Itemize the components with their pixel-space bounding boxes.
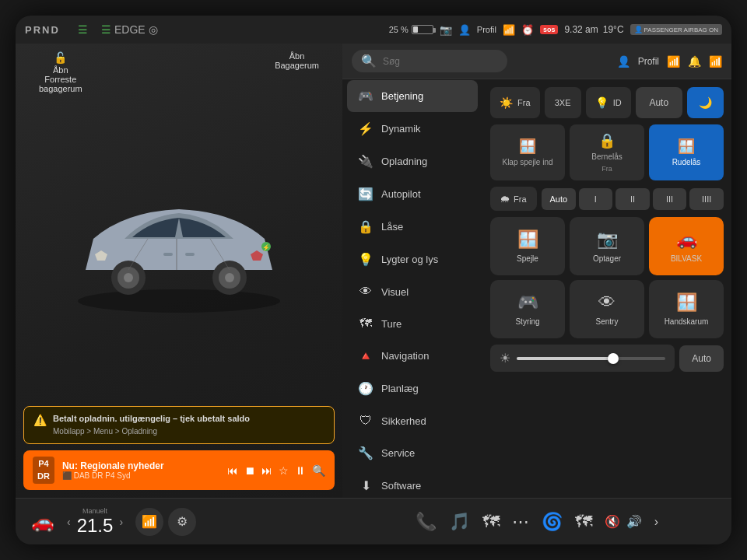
bottom-signal-btn[interactable]: 📶 [135, 508, 163, 536]
steering-icon: 🎮 [517, 292, 538, 313]
media-prev-btn[interactable]: ⏮ [227, 464, 238, 477]
glove-icon: 🪟 [676, 292, 697, 313]
bottom-settings-btn[interactable]: ⚙ [168, 508, 196, 536]
menu-item-planlaeg[interactable]: 🕐 Planlæg [347, 373, 478, 404]
media-next-btn[interactable]: ⏭ [261, 464, 272, 477]
car-bottom-icon[interactable]: 🚗 [31, 511, 54, 533]
menu-item-opladning[interactable]: 🔌 Opladning [347, 145, 478, 177]
opladning-icon: 🔌 [358, 154, 374, 169]
svg-rect-12 [163, 253, 173, 256]
camera-icon: 📷 [440, 24, 452, 36]
window-klap-btn[interactable]: 🪟 Klap spejle ind [490, 124, 565, 180]
wiper-fra-btn[interactable]: 🌧 Fra [490, 187, 537, 211]
menu-label-service: Service [381, 447, 415, 459]
wiper-iiii-btn[interactable]: IIII [689, 188, 724, 210]
wifi-icon: 📶 [503, 24, 515, 36]
menu-item-lygter[interactable]: 💡 Lygter og lys [347, 243, 478, 275]
menu-item-visuel[interactable]: 👁 Visuel [347, 276, 478, 307]
bottom-more-icon[interactable]: ⋯ [512, 512, 529, 532]
volume-mute-icon[interactable]: 🔇 [605, 514, 620, 529]
sun-icon: ☀️ [500, 96, 513, 109]
grid-handskarum-btn[interactable]: 🪟 Handskarum [649, 280, 724, 338]
car-visual: ⚡ [23, 93, 335, 400]
profile-icon[interactable]: 👤 [617, 55, 630, 68]
bottom-map-icon[interactable]: 🗺 [575, 512, 592, 532]
profil-label[interactable]: Profil [638, 56, 659, 67]
menu-item-software[interactable]: ⬇ Software [347, 470, 478, 498]
menu-item-service[interactable]: 🔧 Service [347, 437, 478, 469]
wiper-i-btn[interactable]: I [579, 188, 613, 210]
menu-item-betjening[interactable]: 🎮 Betjening [347, 80, 478, 112]
brightness-slider[interactable]: ☀ [490, 345, 675, 372]
camera-grid-icon: 📷 [597, 229, 618, 250]
bright-auto-btn[interactable]: Auto [679, 345, 724, 372]
window-row: 🪟 Klap spejle ind 🔒 Bernelås Fra 🪟 Rudel… [490, 124, 724, 180]
search-input[interactable] [383, 56, 498, 67]
betjening-icon: 🎮 [358, 89, 374, 103]
grid-spejle-btn[interactable]: 🪟 Spejle [490, 217, 565, 275]
rear-trunk-label[interactable]: Åbn Bagagerum [275, 51, 319, 93]
temp-decrease-btn[interactable]: ‹ [67, 516, 71, 528]
volume-section: 🔇 🔊 [605, 514, 642, 529]
lygter-icon: 💡 [358, 252, 374, 267]
media-search-btn[interactable]: 🔍 [312, 464, 325, 477]
menu-label-software: Software [381, 480, 421, 492]
menu-label-lygter: Lygter og lys [381, 254, 438, 265]
alert-box[interactable]: ⚠️ Betalt opladnin. utilgængelig – tjek … [23, 406, 335, 444]
light-fra-btn[interactable]: ☀️ Fra [490, 87, 540, 118]
window-klap-label: Klap spejle ind [502, 158, 552, 167]
media-info: Nu: Regionale nyheder ⬛ DAB DR P4 Syd [62, 460, 219, 480]
bluetooth-icon[interactable]: 📶 [709, 55, 722, 68]
navigation-icon: 🔺 [358, 348, 374, 363]
light-fra-label: Fra [517, 98, 531, 107]
bottom-icons: 📶 ⚙ [135, 508, 196, 536]
front-trunk-label[interactable]: 🔓 Åbn Forreste bagagerum [39, 51, 82, 93]
profil-label-top[interactable]: Profil [477, 25, 496, 34]
media-stop-btn[interactable]: ⏹ [244, 464, 255, 477]
menu-item-navigation[interactable]: 🔺 Navigation [347, 340, 478, 372]
menu-item-dynamik[interactable]: ⚡ Dynamik [347, 113, 478, 145]
light-active-btn[interactable]: 🌙 [687, 87, 724, 118]
grid-sentry-btn[interactable]: 👁 Sentry [570, 280, 644, 338]
search-input-wrap[interactable]: 🔍 [352, 50, 507, 72]
svg-point-0 [78, 289, 280, 313]
wiper-iii-btn[interactable]: III [653, 188, 687, 210]
bottom-phone-icon[interactable]: 📞 [416, 512, 437, 532]
bottom-media-icon[interactable]: 🎵 [449, 512, 470, 532]
grid-bilvask-btn[interactable]: 🚗 BILVASK [649, 217, 724, 275]
temp-increase-btn[interactable]: › [119, 516, 123, 528]
light-id-btn[interactable]: 💡 ID [586, 87, 631, 118]
light-auto-btn[interactable]: Auto [636, 87, 682, 118]
top-status-bar: PRND ☰ ☰ EDGE ◎ 25 % 📷 👤 Profil 📶 ⏰ sos [16, 16, 731, 44]
slider-fill [517, 357, 613, 360]
bright-row: ☀ Auto [490, 345, 724, 372]
window-bern-btn[interactable]: 🔒 Bernelås Fra [570, 124, 644, 180]
wiper-auto-btn[interactable]: Auto [542, 188, 576, 210]
menu-item-autopilot[interactable]: 🔄 Autopilot [347, 178, 478, 210]
grid-sentry-label: Sentry [596, 317, 619, 326]
wiper-ii-btn[interactable]: II [615, 188, 650, 210]
menu-label-visuel: Visuel [381, 286, 409, 298]
bottom-fan-icon[interactable]: 🌀 [542, 512, 563, 532]
menu-item-ture[interactable]: 🗺 Ture [347, 308, 478, 339]
grid-styring-btn[interactable]: 🎮 Styring [490, 280, 565, 338]
grid-optager-btn[interactable]: 📷 Optager [570, 217, 644, 275]
menu-label-laase: Låse [381, 221, 403, 233]
bright-auto-label: Auto [692, 353, 711, 364]
bottom-nav-icon[interactable]: 🗺 [482, 512, 500, 532]
light-active-icon: 🌙 [699, 96, 712, 109]
settings-panel: ☀️ Fra 3XE 💡 ID Auto [482, 79, 731, 498]
menu-item-laase[interactable]: 🔒 Låse [347, 211, 478, 243]
light-3xe-label: 3XE [555, 98, 571, 107]
light-3xe-btn[interactable]: 3XE [545, 87, 581, 118]
window-rude-btn[interactable]: 🪟 Rudelås [649, 124, 724, 180]
nav-right-arrow[interactable]: › [654, 515, 658, 529]
menu-label-dynamik: Dynamik [381, 123, 421, 135]
bell-icon[interactable]: 🔔 [688, 55, 701, 68]
menu-item-sikkerhed[interactable]: 🛡 Sikkerhed [347, 405, 478, 436]
side-menu: 🎮 Betjening ⚡ Dynamik 🔌 Opladning 🔄 Auto… [342, 79, 482, 498]
media-fav-btn[interactable]: ☆ [279, 464, 289, 477]
grid-bilvask-label: BILVASK [671, 254, 702, 263]
slider-track[interactable] [517, 357, 665, 360]
media-eq-btn[interactable]: ⏸ [295, 464, 306, 477]
